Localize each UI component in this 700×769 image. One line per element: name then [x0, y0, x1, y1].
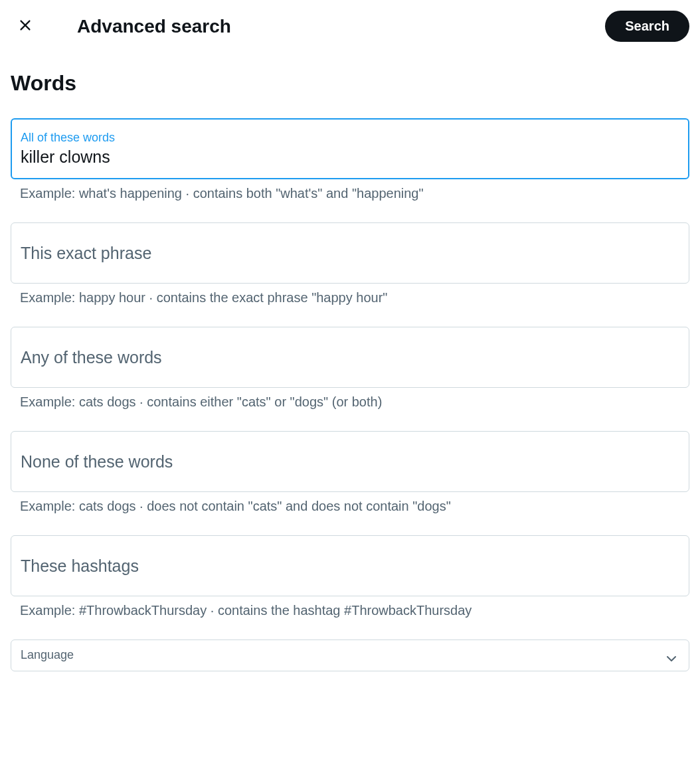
label-language: Language [21, 648, 74, 662]
field-all-words: All of these words Example: what's happe… [11, 118, 689, 201]
helper-exact-phrase: Example: happy hour · contains the exact… [11, 290, 689, 305]
select-language[interactable]: Language [11, 640, 689, 671]
field-hashtags: These hashtags Example: #ThrowbackThursd… [11, 535, 689, 618]
chevron-down-icon [663, 648, 679, 669]
field-any-words: Any of these words Example: cats dogs · … [11, 327, 689, 410]
helper-all-words: Example: what's happening · contains bot… [11, 186, 689, 201]
label-any-words: Any of these words [21, 348, 679, 367]
close-icon [18, 18, 33, 35]
close-button[interactable] [13, 15, 37, 39]
input-container-none-words[interactable]: None of these words [11, 431, 689, 492]
label-all-words: All of these words [21, 131, 679, 145]
field-exact-phrase: This exact phrase Example: happy hour · … [11, 222, 689, 305]
input-container-exact-phrase[interactable]: This exact phrase [11, 222, 689, 284]
dialog-header: Advanced search Search [0, 0, 700, 52]
section-title-words: Words [11, 71, 689, 96]
label-none-words: None of these words [21, 452, 679, 471]
input-container-hashtags[interactable]: These hashtags [11, 535, 689, 596]
helper-hashtags: Example: #ThrowbackThursday · contains t… [11, 603, 689, 618]
input-container-any-words[interactable]: Any of these words [11, 327, 689, 388]
label-exact-phrase: This exact phrase [21, 244, 679, 263]
dialog-title: Advanced search [77, 16, 585, 37]
content-area: Words All of these words Example: what's… [0, 71, 700, 671]
helper-none-words: Example: cats dogs · does not contain "c… [11, 499, 689, 514]
field-none-words: None of these words Example: cats dogs ·… [11, 431, 689, 514]
input-all-words[interactable] [21, 147, 679, 167]
label-hashtags: These hashtags [21, 556, 679, 576]
search-button[interactable]: Search [605, 11, 689, 42]
field-language: Language [11, 640, 689, 671]
input-container-all-words[interactable]: All of these words [11, 118, 689, 179]
helper-any-words: Example: cats dogs · contains either "ca… [11, 394, 689, 410]
